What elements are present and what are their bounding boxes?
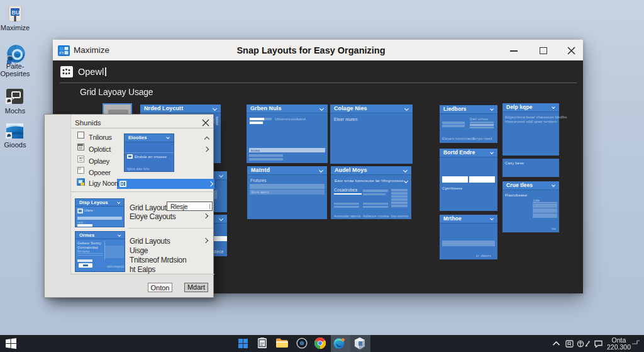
svg-text:BU: BU [12,9,20,16]
svg-text:220.300: 220.300 [607,343,631,351]
